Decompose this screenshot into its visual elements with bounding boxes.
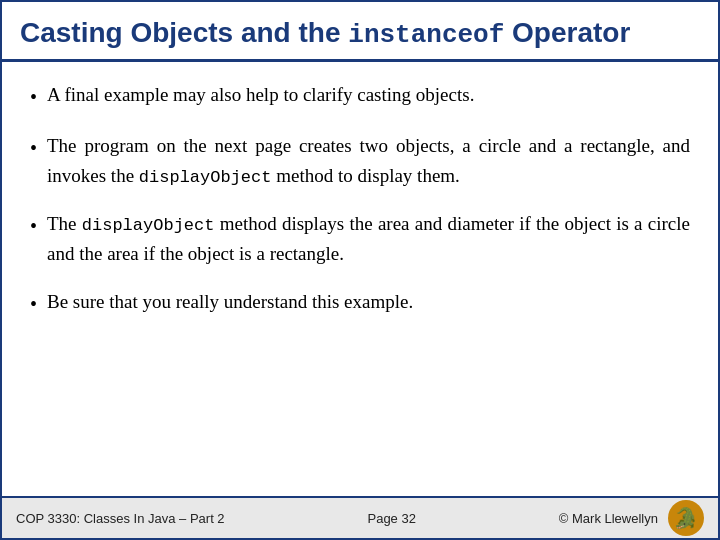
bullet-text-1: A final example may also help to clarify… (47, 80, 690, 109)
slide: Casting Objects and the instanceof Opera… (0, 0, 720, 540)
bullet-dot-2: • (30, 133, 37, 164)
bullet-text-4: Be sure that you really understand this … (47, 287, 690, 316)
footer-page: Page 32 (367, 511, 415, 526)
footer-copyright: © Mark Llewellyn (559, 511, 658, 526)
footer-course: COP 3330: Classes In Java – Part 2 (16, 511, 225, 526)
footer-right-group: © Mark Llewellyn 🐊 (559, 500, 704, 536)
code-displayobject-1: displayObject (139, 168, 272, 187)
bullet-item-3: • The displayObject method displays the … (30, 209, 690, 269)
slide-header: Casting Objects and the instanceof Opera… (2, 2, 718, 62)
bullet-dot-1: • (30, 82, 37, 113)
title-text-plain: Casting Objects and the (20, 17, 348, 48)
bullet-text-3: The displayObject method displays the ar… (47, 209, 690, 269)
slide-content: • A final example may also help to clari… (2, 62, 718, 496)
bullet-dot-3: • (30, 211, 37, 242)
title-code: instanceof (348, 20, 504, 50)
bullet-item-4: • Be sure that you really understand thi… (30, 287, 690, 320)
bullet-text-2: The program on the next page creates two… (47, 131, 690, 191)
footer-logo-icon: 🐊 (668, 500, 704, 536)
slide-footer: COP 3330: Classes In Java – Part 2 Page … (2, 496, 718, 538)
bullet-item-1: • A final example may also help to clari… (30, 80, 690, 113)
code-displayobject-2: displayObject (82, 216, 215, 235)
bullet-item-2: • The program on the next page creates t… (30, 131, 690, 191)
title-text-plain2: Operator (504, 17, 630, 48)
bullet-dot-4: • (30, 289, 37, 320)
slide-title: Casting Objects and the instanceof Opera… (20, 16, 700, 51)
